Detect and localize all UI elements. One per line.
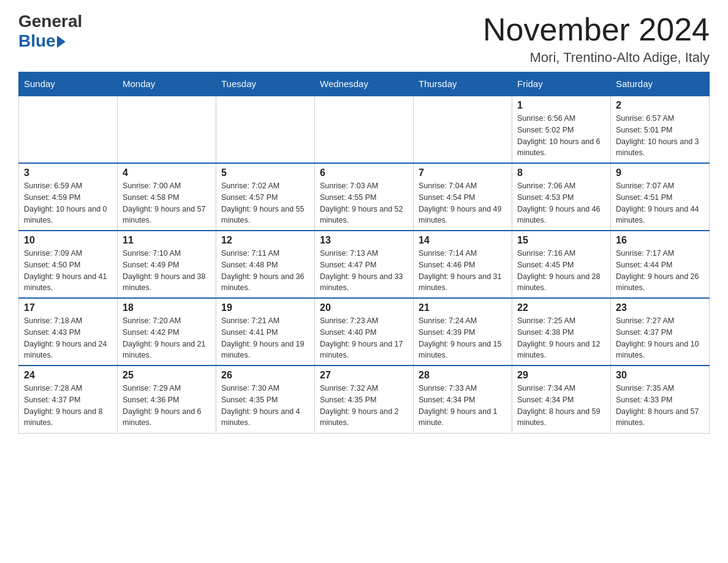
day-info: Sunrise: 6:59 AMSunset: 4:59 PMDaylight:… — [24, 180, 112, 226]
header-day-thursday: Thursday — [414, 72, 512, 96]
day-number: 13 — [320, 235, 408, 246]
calendar-cell: 14Sunrise: 7:14 AMSunset: 4:46 PMDayligh… — [414, 231, 512, 298]
day-number: 21 — [419, 302, 507, 313]
day-number: 9 — [616, 167, 704, 178]
day-number: 8 — [517, 167, 605, 178]
calendar-cell: 3Sunrise: 6:59 AMSunset: 4:59 PMDaylight… — [19, 163, 118, 231]
header-row: SundayMondayTuesdayWednesdayThursdayFrid… — [19, 72, 710, 96]
header-day-monday: Monday — [118, 72, 216, 96]
day-info: Sunrise: 6:57 AMSunset: 5:01 PMDaylight:… — [616, 113, 704, 159]
day-info: Sunrise: 7:35 AMSunset: 4:33 PMDaylight:… — [616, 383, 704, 429]
header-day-tuesday: Tuesday — [216, 72, 315, 96]
day-info: Sunrise: 7:21 AMSunset: 4:41 PMDaylight:… — [221, 315, 309, 361]
logo-general-text: General — [18, 12, 82, 31]
day-info: Sunrise: 7:25 AMSunset: 4:38 PMDaylight:… — [517, 315, 605, 361]
calendar-table: SundayMondayTuesdayWednesdayThursdayFrid… — [18, 72, 710, 434]
calendar-cell: 28Sunrise: 7:33 AMSunset: 4:34 PMDayligh… — [414, 366, 512, 433]
day-info: Sunrise: 7:10 AMSunset: 4:49 PMDaylight:… — [123, 248, 211, 294]
logo: General Blue — [18, 12, 82, 51]
calendar-cell: 17Sunrise: 7:18 AMSunset: 4:43 PMDayligh… — [19, 298, 118, 366]
day-info: Sunrise: 7:03 AMSunset: 4:55 PMDaylight:… — [320, 180, 408, 226]
day-info: Sunrise: 7:04 AMSunset: 4:54 PMDaylight:… — [419, 180, 507, 226]
calendar-cell: 25Sunrise: 7:29 AMSunset: 4:36 PMDayligh… — [118, 366, 216, 433]
calendar-cell — [315, 96, 414, 163]
day-number: 19 — [221, 302, 309, 313]
day-info: Sunrise: 7:27 AMSunset: 4:37 PMDaylight:… — [616, 315, 704, 361]
calendar-header: SundayMondayTuesdayWednesdayThursdayFrid… — [19, 72, 710, 96]
calendar-cell: 10Sunrise: 7:09 AMSunset: 4:50 PMDayligh… — [19, 231, 118, 298]
title-block: November 2024 Mori, Trentino-Alto Adige,… — [483, 12, 710, 66]
calendar-cell: 6Sunrise: 7:03 AMSunset: 4:55 PMDaylight… — [315, 163, 414, 231]
calendar-cell: 5Sunrise: 7:02 AMSunset: 4:57 PMDaylight… — [216, 163, 315, 231]
calendar-cell — [216, 96, 315, 163]
calendar-cell: 16Sunrise: 7:17 AMSunset: 4:44 PMDayligh… — [611, 231, 710, 298]
header-day-friday: Friday — [512, 72, 611, 96]
header-day-saturday: Saturday — [611, 72, 710, 96]
header-day-wednesday: Wednesday — [315, 72, 414, 96]
day-info: Sunrise: 7:17 AMSunset: 4:44 PMDaylight:… — [616, 248, 704, 294]
day-number: 5 — [221, 167, 309, 178]
day-info: Sunrise: 7:06 AMSunset: 4:53 PMDaylight:… — [517, 180, 605, 226]
month-title: November 2024 — [483, 12, 710, 47]
day-info: Sunrise: 7:13 AMSunset: 4:47 PMDaylight:… — [320, 248, 408, 294]
day-number: 2 — [616, 100, 704, 111]
day-number: 15 — [517, 235, 605, 246]
logo-blue-text: Blue — [18, 31, 66, 51]
calendar-cell — [118, 96, 216, 163]
calendar-cell — [19, 96, 118, 163]
calendar-cell: 20Sunrise: 7:23 AMSunset: 4:40 PMDayligh… — [315, 298, 414, 366]
day-info: Sunrise: 7:23 AMSunset: 4:40 PMDaylight:… — [320, 315, 408, 361]
day-number: 27 — [320, 370, 408, 381]
calendar-cell: 4Sunrise: 7:00 AMSunset: 4:58 PMDaylight… — [118, 163, 216, 231]
day-number: 11 — [123, 235, 211, 246]
calendar-cell: 1Sunrise: 6:56 AMSunset: 5:02 PMDaylight… — [512, 96, 611, 163]
calendar-cell: 30Sunrise: 7:35 AMSunset: 4:33 PMDayligh… — [611, 366, 710, 433]
day-info: Sunrise: 7:11 AMSunset: 4:48 PMDaylight:… — [221, 248, 309, 294]
day-info: Sunrise: 7:18 AMSunset: 4:43 PMDaylight:… — [24, 315, 112, 361]
day-info: Sunrise: 7:20 AMSunset: 4:42 PMDaylight:… — [123, 315, 211, 361]
day-number: 12 — [221, 235, 309, 246]
calendar-cell: 7Sunrise: 7:04 AMSunset: 4:54 PMDaylight… — [414, 163, 512, 231]
day-number: 17 — [24, 302, 112, 313]
day-number: 7 — [419, 167, 507, 178]
day-number: 4 — [123, 167, 211, 178]
calendar-cell: 18Sunrise: 7:20 AMSunset: 4:42 PMDayligh… — [118, 298, 216, 366]
day-info: Sunrise: 7:30 AMSunset: 4:35 PMDaylight:… — [221, 383, 309, 429]
day-number: 30 — [616, 370, 704, 381]
day-info: Sunrise: 7:00 AMSunset: 4:58 PMDaylight:… — [123, 180, 211, 226]
day-number: 20 — [320, 302, 408, 313]
day-number: 25 — [123, 370, 211, 381]
calendar-cell: 29Sunrise: 7:34 AMSunset: 4:34 PMDayligh… — [512, 366, 611, 433]
day-info: Sunrise: 7:33 AMSunset: 4:34 PMDaylight:… — [419, 383, 507, 429]
calendar-cell: 23Sunrise: 7:27 AMSunset: 4:37 PMDayligh… — [611, 298, 710, 366]
day-number: 6 — [320, 167, 408, 178]
calendar-cell: 12Sunrise: 7:11 AMSunset: 4:48 PMDayligh… — [216, 231, 315, 298]
day-number: 22 — [517, 302, 605, 313]
calendar-week-2: 3Sunrise: 6:59 AMSunset: 4:59 PMDaylight… — [19, 163, 710, 231]
day-number: 18 — [123, 302, 211, 313]
calendar-cell — [414, 96, 512, 163]
calendar-cell: 2Sunrise: 6:57 AMSunset: 5:01 PMDaylight… — [611, 96, 710, 163]
calendar-week-5: 24Sunrise: 7:28 AMSunset: 4:37 PMDayligh… — [19, 366, 710, 433]
day-info: Sunrise: 7:14 AMSunset: 4:46 PMDaylight:… — [419, 248, 507, 294]
day-number: 14 — [419, 235, 507, 246]
day-info: Sunrise: 7:29 AMSunset: 4:36 PMDaylight:… — [123, 383, 211, 429]
day-number: 16 — [616, 235, 704, 246]
calendar-cell: 22Sunrise: 7:25 AMSunset: 4:38 PMDayligh… — [512, 298, 611, 366]
calendar-cell: 27Sunrise: 7:32 AMSunset: 4:35 PMDayligh… — [315, 366, 414, 433]
day-info: Sunrise: 7:32 AMSunset: 4:35 PMDaylight:… — [320, 383, 408, 429]
day-info: Sunrise: 7:07 AMSunset: 4:51 PMDaylight:… — [616, 180, 704, 226]
calendar-body: 1Sunrise: 6:56 AMSunset: 5:02 PMDaylight… — [19, 96, 710, 433]
calendar-cell: 19Sunrise: 7:21 AMSunset: 4:41 PMDayligh… — [216, 298, 315, 366]
day-info: Sunrise: 7:16 AMSunset: 4:45 PMDaylight:… — [517, 248, 605, 294]
header-day-sunday: Sunday — [19, 72, 118, 96]
day-number: 10 — [24, 235, 112, 246]
calendar-cell: 9Sunrise: 7:07 AMSunset: 4:51 PMDaylight… — [611, 163, 710, 231]
calendar-cell: 15Sunrise: 7:16 AMSunset: 4:45 PMDayligh… — [512, 231, 611, 298]
calendar-cell: 8Sunrise: 7:06 AMSunset: 4:53 PMDaylight… — [512, 163, 611, 231]
day-number: 3 — [24, 167, 112, 178]
calendar-week-3: 10Sunrise: 7:09 AMSunset: 4:50 PMDayligh… — [19, 231, 710, 298]
calendar-cell: 13Sunrise: 7:13 AMSunset: 4:47 PMDayligh… — [315, 231, 414, 298]
calendar-cell: 11Sunrise: 7:10 AMSunset: 4:49 PMDayligh… — [118, 231, 216, 298]
day-info: Sunrise: 7:24 AMSunset: 4:39 PMDaylight:… — [419, 315, 507, 361]
